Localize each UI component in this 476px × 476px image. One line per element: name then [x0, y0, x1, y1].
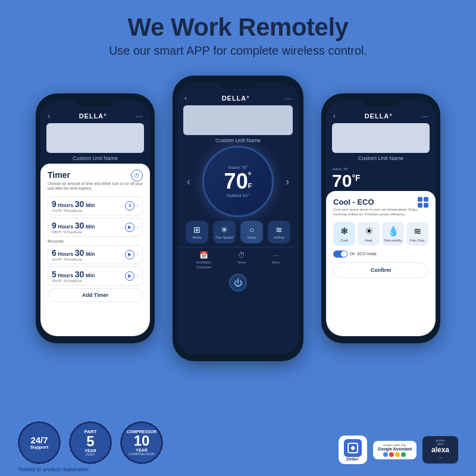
confirm-button[interactable]: Confirm [333, 262, 428, 278]
badge-5year-label: YEAR [84, 449, 96, 453]
phones-container: ‹ DELLA° ··· Custom Unit Name Timer ⏱ Ch… [0, 64, 476, 379]
timer-recent-arrow-1: › [137, 251, 139, 258]
unit-name-center: Custom Unit Name [177, 137, 299, 143]
power-icon: ⏻ [234, 278, 242, 287]
timer-time-2: 9 Hours 30 Min [52, 221, 123, 230]
eco-mode-label: ECO mode [358, 252, 377, 256]
badge-5year-part-bottom: PART [86, 453, 95, 456]
badge-247-label: Support [30, 444, 49, 450]
timer-arrow-right-1: › [137, 202, 139, 209]
google-dot-red [389, 452, 394, 457]
header-section: We Work Remotely Use our smart APP for c… [0, 0, 476, 58]
phone-right: ‹ DELLA° ··· Custom Unit Name Indoor 76°… [321, 93, 440, 343]
fan-speed-button[interactable]: ✳ Fan Speed [213, 221, 236, 243]
phone-center-screen: ‹ DELLA° ··· Custom Unit Name ‹ Indoor 7… [177, 83, 299, 354]
add-timer-button[interactable]: Add Timer [48, 288, 143, 302]
alexa-text: alexa [431, 446, 449, 454]
timer-nav-label: Timer [237, 261, 246, 264]
temp-display-right: Indoor 76° 70 °F [326, 164, 436, 191]
timer-recent-play-icon-1: ▶ [125, 250, 134, 259]
sleep-button[interactable]: ○ Sleep [240, 221, 263, 243]
cool-mode-button[interactable]: ❄ Cool [333, 222, 355, 246]
timer-recent-detail-2: On/75 °F/Cool/Low [52, 279, 123, 283]
badge-247-value: 24/7 [30, 436, 48, 444]
page-background: We Work Remotely Use our smart APP for c… [0, 0, 476, 476]
eco-on-label: On [350, 252, 355, 256]
logos-row: Della+ works with the Google Assistant w… [339, 436, 458, 464]
dehumidify-mode-button[interactable]: 💧 Dehumidify [382, 222, 404, 246]
fan-only-mode-label: Fan Only [410, 239, 424, 242]
unit-name-left: Custom Unit Name [40, 155, 150, 161]
phone-center-header: ‹ DELLA° ··· [177, 89, 299, 105]
badge-247: 24/7 Support [18, 421, 61, 464]
phone-left-notch [77, 101, 113, 107]
degree-symbol: °F [248, 171, 252, 190]
google-assistant-badge: works with the Google Assistant [373, 441, 416, 459]
brand-logo-center: DELLA° [187, 95, 284, 102]
airflow-button[interactable]: ≋ Airflow [268, 221, 290, 243]
sub-title: Use our smart APP for complete wireless … [0, 44, 476, 58]
phone-left-screen: ‹ DELLA° ··· Custom Unit Name Timer ⏱ Ch… [40, 101, 150, 336]
della-plus-text: Della+ [346, 457, 359, 461]
temp-up-icon[interactable]: › [286, 176, 289, 188]
airflow-icon: ≋ [275, 225, 283, 234]
timer-detail-1: On/75 °F/Cool/Low [52, 209, 123, 212]
sleep-icon: ○ [249, 225, 254, 234]
temperature-circle: Indoor 76° 70 °F Outdoor 81° [202, 146, 274, 217]
nav-row: 📅 NORMAL Schedule ⏱ Timer ··· More [177, 247, 299, 271]
timer-recent-2[interactable]: 5 Hours 30 Min On/75 °F/Cool/Low ▶ › [48, 267, 143, 286]
timer-clock-icon: ⏱ [131, 170, 143, 181]
google-dot-green [401, 452, 406, 457]
nav-timer[interactable]: ⏱ Timer [237, 251, 246, 269]
cool-eco-description: Cool your space down to your set tempera… [333, 208, 428, 217]
menu-dots-center-icon: ··· [284, 93, 292, 103]
nav-more[interactable]: ··· More [272, 251, 280, 269]
cool-eco-card: Cool - ECO Cool your space down to your … [326, 191, 436, 336]
ac-unit-image-center [183, 105, 293, 135]
phone-center-notch [220, 83, 256, 89]
unit-name-right: Custom Unit Name [326, 155, 436, 161]
timer-detail-2: Off/75 °F/Cool/Low [52, 230, 123, 234]
badge-10year-compressor-top: COMPRESSOR [127, 430, 157, 434]
menu-dots-right-icon: ··· [421, 111, 428, 121]
menu-dots-icon: ··· [136, 111, 143, 121]
timer-recent-arrow-2: › [137, 273, 139, 279]
phone-right-notch [363, 101, 399, 107]
temp-down-icon[interactable]: ‹ [187, 176, 190, 188]
brand-logo-left: DELLA° [50, 112, 136, 120]
timer-item-1[interactable]: 9 Hours 30 Min On/75 °F/Cool/Low ⏸ › [48, 196, 143, 215]
badge-10year: COMPRESSOR 10 YEAR COMPRESSOR [120, 421, 163, 464]
badge-10year-label: YEAR [136, 448, 147, 452]
dehumidify-mode-label: Dehumidify [384, 239, 402, 242]
mode-button[interactable]: ⊞ Mode [186, 221, 208, 243]
sleep-label: Sleep [247, 236, 256, 239]
footnote-text: *limited to product registration [18, 466, 89, 472]
mode-icon: ⊞ [193, 225, 201, 234]
badge-10year-number: 10 [134, 434, 150, 448]
google-dot-yellow [395, 452, 400, 457]
fan-only-mode-button[interactable]: ≋ Fan Only [406, 222, 428, 246]
more-icon: ··· [273, 251, 279, 259]
nav-schedule[interactable]: 📅 NORMAL Schedule [196, 251, 212, 269]
timer-recent-time-2: 5 Hours 30 Min [52, 270, 123, 279]
cool-icon: ❄ [340, 226, 348, 237]
outdoor-temp-label: Outdoor 81° [227, 193, 249, 198]
temp-degree-right: °F [352, 171, 360, 183]
phone-left: ‹ DELLA° ··· Custom Unit Name Timer ⏱ Ch… [36, 93, 155, 343]
timer-arrow-right-2: › [137, 224, 139, 230]
mode-label: Mode [192, 236, 201, 239]
more-label: More [272, 261, 280, 264]
cool-eco-title: Cool - ECO [333, 198, 374, 206]
timer-pause-icon: ⏸ [125, 201, 134, 211]
google-color-dots [383, 452, 406, 457]
fan-icon: ✳ [221, 225, 228, 234]
power-button[interactable]: ⏻ [229, 274, 247, 292]
brand-logo-right: DELLA° [336, 112, 421, 120]
heat-mode-button[interactable]: ☀ Heat [358, 222, 380, 246]
eco-toggle-track[interactable] [333, 250, 347, 258]
timer-title: Timer [48, 170, 70, 180]
timer-recent-1[interactable]: 6 Hours 30 Min On/75 °F/Cool/Low ▶ › [48, 245, 143, 264]
schedule-label: NORMAL [196, 261, 212, 264]
timer-item-2[interactable]: 9 Hours 30 Min Off/75 °F/Cool/Low ▶ › [48, 218, 143, 237]
temp-controls-row: ‹ Indoor 76° 70 °F Outdoor 81° › [177, 146, 299, 217]
